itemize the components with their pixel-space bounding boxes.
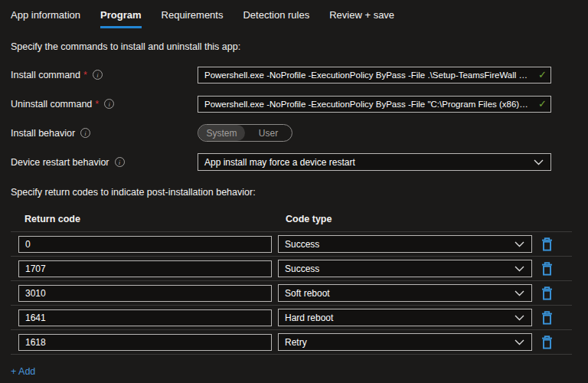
install-command-control: Powershell.exe -NoProfile -ExecutionPoli… (198, 67, 551, 83)
return-code-row: Hard reboot (11, 305, 572, 329)
return-code-input[interactable] (18, 260, 272, 277)
header-return-code: Return code (24, 214, 286, 224)
trash-icon (541, 311, 553, 325)
install-behavior-label-text: Install behavior (11, 128, 75, 139)
code-type-dropdown[interactable]: Hard reboot (278, 309, 532, 326)
chevron-down-icon (514, 290, 524, 296)
tab-detection-rules[interactable]: Detection rules (243, 9, 309, 28)
install-command-row: Install command* i Powershell.exe -NoPro… (11, 66, 577, 83)
return-code-input[interactable] (18, 309, 272, 326)
device-restart-control: App install may force a device restart (198, 153, 551, 171)
tab-review-save[interactable]: Review + save (329, 9, 394, 28)
install-behavior-label: Install behavior i (11, 128, 198, 139)
header-code-type: Code type (286, 214, 332, 224)
code-type-value: Success (285, 239, 319, 250)
chevron-down-icon (514, 339, 524, 345)
return-code-row: Soft reboot (11, 280, 572, 305)
return-code-row: Success (11, 256, 572, 280)
delete-row-button[interactable] (539, 310, 554, 326)
tab-program[interactable]: Program (100, 9, 141, 28)
install-behavior-toggle[interactable]: System User (198, 124, 292, 142)
install-behavior-control: System User (198, 124, 551, 142)
install-command-label: Install command* i (11, 70, 198, 80)
delete-row-button[interactable] (539, 286, 554, 301)
add-return-code-link[interactable]: + Add (11, 366, 35, 377)
device-restart-row: Device restart behavior i App install ma… (11, 153, 577, 171)
device-restart-value: App install may force a device restart (204, 157, 355, 168)
code-type-dropdown[interactable]: Soft reboot (278, 284, 532, 302)
trash-icon (541, 336, 553, 349)
return-codes-header-row: Return code Code type (11, 214, 572, 231)
return-code-input[interactable] (18, 285, 272, 302)
code-type-value: Hard reboot (285, 313, 333, 323)
wizard-tab-bar: App information Program Requirements Det… (11, 9, 577, 28)
install-behavior-row: Install behavior i System User (11, 124, 577, 142)
code-type-value: Retry (285, 337, 307, 348)
chevron-down-icon (514, 315, 524, 321)
required-marker: * (95, 99, 99, 110)
install-command-input[interactable]: Powershell.exe -NoProfile -ExecutionPoli… (198, 67, 551, 83)
return-codes-table: Return code Code type Success Success (11, 214, 572, 355)
code-type-value: Soft reboot (285, 288, 330, 299)
info-icon[interactable]: i (93, 70, 103, 80)
return-code-input[interactable] (18, 236, 272, 253)
uninstall-command-row: Uninstall command* i Powershell.exe -NoP… (11, 95, 577, 113)
commands-intro-text: Specify the commands to install and unin… (11, 41, 577, 52)
toggle-option-system[interactable]: System (198, 125, 245, 141)
return-codes-intro-text: Specify return codes to indicate post-in… (11, 187, 577, 198)
tab-app-information[interactable]: App information (11, 9, 80, 28)
valid-check-icon: ✓ (538, 98, 547, 110)
uninstall-command-control: Powershell.exe -NoProfile -ExecutionPoli… (198, 96, 551, 113)
return-code-row: Retry (11, 329, 572, 355)
code-type-dropdown[interactable]: Success (278, 260, 532, 277)
delete-row-button[interactable] (539, 237, 554, 252)
delete-row-button[interactable] (539, 335, 554, 350)
code-type-value: Success (285, 264, 319, 274)
info-icon[interactable]: i (104, 99, 114, 109)
install-command-label-text: Install command (11, 70, 80, 80)
tab-requirements[interactable]: Requirements (162, 9, 224, 28)
delete-row-button[interactable] (539, 261, 554, 277)
required-marker: * (83, 70, 87, 80)
device-restart-label: Device restart behavior i (11, 157, 198, 168)
device-restart-dropdown[interactable]: App install may force a device restart (198, 153, 551, 171)
toggle-option-user[interactable]: User (245, 125, 292, 141)
trash-icon (541, 286, 553, 300)
code-type-dropdown[interactable]: Success (278, 235, 532, 253)
info-icon[interactable]: i (80, 128, 90, 138)
return-code-row: Success (11, 231, 572, 256)
uninstall-command-label-text: Uninstall command (11, 99, 92, 110)
info-icon[interactable]: i (115, 157, 125, 167)
return-code-input[interactable] (18, 334, 272, 351)
install-command-value: Powershell.exe -NoProfile -ExecutionPoli… (204, 70, 537, 80)
uninstall-command-input[interactable]: Powershell.exe -NoProfile -ExecutionPoli… (198, 96, 551, 113)
device-restart-label-text: Device restart behavior (11, 157, 109, 168)
code-type-dropdown[interactable]: Retry (278, 333, 532, 351)
valid-check-icon: ✓ (538, 69, 547, 80)
trash-icon (541, 237, 553, 251)
uninstall-command-value: Powershell.exe -NoProfile -ExecutionPoli… (204, 100, 537, 109)
chevron-down-icon (534, 159, 544, 165)
chevron-down-icon (514, 266, 524, 272)
program-tab-page: App information Program Requirements Det… (0, 0, 588, 378)
chevron-down-icon (514, 241, 524, 247)
trash-icon (541, 262, 553, 276)
uninstall-command-label: Uninstall command* i (11, 99, 198, 110)
